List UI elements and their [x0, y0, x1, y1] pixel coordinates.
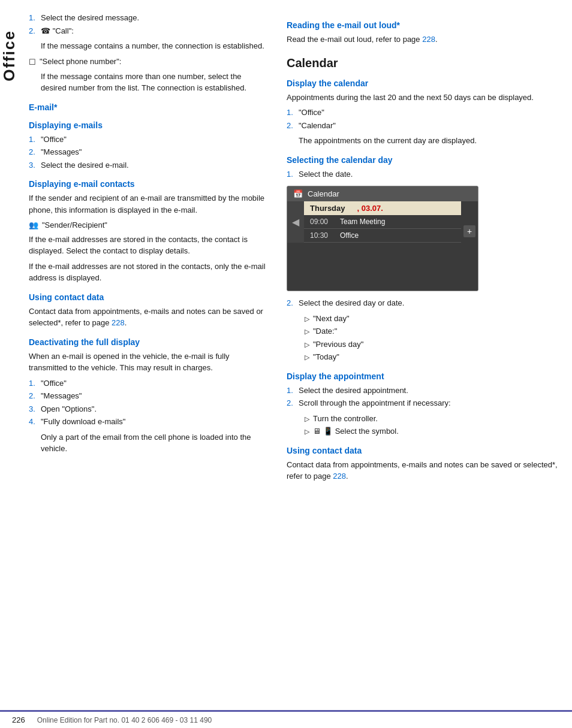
step-text: "Office" — [299, 107, 560, 119]
using-contact-title: Using contact data — [29, 292, 269, 302]
selecting-step2: 2. Select the desired day or date. — [287, 297, 560, 309]
display-icons: 🖥 📱 — [313, 425, 333, 437]
step-text: "Office" — [41, 377, 269, 389]
step-num: 1. — [287, 168, 299, 180]
step-num: 2. — [287, 397, 299, 409]
list-item: 1. Select the desired message. — [29, 12, 269, 24]
list-item: 2. Select the desired day or date. — [287, 297, 560, 309]
step-num: 3. — [29, 403, 41, 415]
display-cal-title: Display the calendar — [287, 78, 560, 88]
cal-header-title: Calendar — [308, 189, 339, 198]
step-text: "Calendar" — [299, 120, 560, 132]
step-num: 2. — [287, 297, 299, 309]
list-item: "Today" — [305, 351, 560, 363]
calendar-main-title: Calendar — [287, 56, 560, 70]
top-steps-list: 1. Select the desired message. 2. "Call"… — [29, 12, 269, 37]
cal-center: Thursday , 03.07. 09:00 Team Meeting 10:… — [304, 201, 461, 243]
cal-day: Thursday — [310, 204, 345, 213]
cal-inner: ◀ Thursday , 03.07. 09:00 Team Meeting 1… — [287, 201, 478, 243]
list-item: 1. "Office" — [287, 107, 560, 119]
checkbox-item: "Select phone number": — [29, 56, 269, 68]
step-text: "Messages" — [41, 390, 269, 402]
step-text: Select the desired message. — [41, 12, 269, 24]
appt-bullets: Turn the controller. 🖥 📱 Select the symb… — [305, 413, 560, 437]
step-text: Select the desired e-mail. — [41, 159, 269, 171]
step-text: "Messages" — [41, 146, 269, 158]
list-item: 1. "Office" — [29, 134, 269, 146]
page-number: 226 — [12, 715, 25, 724]
list-item: 2. "Calendar" — [287, 120, 560, 132]
list-item: 🖥 📱 Select the symbol. — [305, 425, 560, 437]
reading-body: Read the e-mail out loud, refer to page … — [287, 34, 560, 46]
reading-title: Reading the e-mail out loud* — [287, 20, 560, 30]
page-ref-link[interactable]: 228 — [112, 318, 125, 327]
call-indent2: If the message contains more than one nu… — [41, 71, 269, 94]
deactivating-steps: 1. "Office" 2. "Messages" 3. Open "Optio… — [29, 377, 269, 428]
list-item: Turn the controller. — [305, 413, 560, 425]
cal-nav-left[interactable]: ◀ — [287, 201, 304, 243]
list-item: 2. Scroll through the appointment if nec… — [287, 397, 560, 409]
list-item: 3. Select the desired e-mail. — [29, 159, 269, 171]
step-num: 3. — [29, 159, 41, 171]
list-item: 1. "Office" — [29, 377, 269, 389]
deactivating-indent: Only a part of the email from the cell p… — [41, 431, 269, 455]
displaying-emails-steps: 1. "Office" 2. "Messages" 3. Select the … — [29, 134, 269, 171]
cal-event-name: Office — [340, 231, 359, 240]
right-column: Reading the e-mail out loud* Read the e-… — [287, 12, 560, 716]
checkbox-icon — [29, 56, 36, 68]
list-item: "Date:" — [305, 325, 560, 337]
step-text: "Office" — [41, 134, 269, 146]
step-text: "Fully download e-mails" — [41, 416, 269, 428]
list-item: 1. Select the date. — [287, 168, 560, 180]
displaying-emails-title: Displaying e-mails — [29, 120, 269, 130]
step-text: Select the date. — [299, 168, 560, 180]
cal-row-header: Thursday , 03.07. — [304, 201, 461, 215]
cal-date: , 03.07. — [357, 204, 383, 213]
step-text: Open "Options". — [41, 403, 269, 415]
list-item: 2. "Messages" — [29, 390, 269, 402]
selecting-bullets: "Next day" "Date:" "Previous day" "Today… — [305, 313, 560, 363]
phone-icon — [41, 28, 50, 35]
person-icon: 👥 — [29, 219, 38, 231]
calendar-widget: 📅 Calendar ◀ Thursday , 03.07. 09:00 Tea… — [287, 186, 478, 291]
cal-time: 09:00 — [310, 218, 340, 226]
step-text: Select the desired appointment. — [299, 385, 560, 397]
cal-header: 📅 Calendar — [287, 186, 478, 201]
cal-right-area: + — [461, 201, 478, 243]
list-item: 3. Open "Options". — [29, 403, 269, 415]
cal-event-1: 09:00 Team Meeting — [304, 215, 461, 229]
step-num: 1. — [29, 377, 41, 389]
display-appt-steps: 1. Select the desired appointment. 2. Sc… — [287, 385, 560, 409]
cal-time: 10:30 — [310, 231, 340, 240]
list-item: "Next day" — [305, 313, 560, 325]
page-footer: 226 Online Edition for Part no. 01 40 2 … — [0, 710, 572, 728]
using-contact2-page-ref[interactable]: 228 — [333, 472, 346, 481]
reading-page-ref[interactable]: 228 — [422, 35, 435, 44]
step-text: "Call": — [41, 25, 269, 37]
cal-footer — [287, 243, 478, 291]
display-appt-title: Display the appointment — [287, 371, 560, 381]
step-num: 1. — [287, 107, 299, 119]
list-item: 1. Select the desired appointment. — [287, 385, 560, 397]
step-num: 2. — [287, 120, 299, 132]
step-num: 1. — [29, 134, 41, 146]
using-contact-body: Contact data from appointments, e-mails … — [29, 306, 269, 329]
using-contact2-title: Using contact data — [287, 446, 560, 455]
left-column: 1. Select the desired message. 2. "Call"… — [29, 12, 287, 716]
step-num: 1. — [287, 385, 299, 397]
selecting-title: Selecting the calendar day — [287, 155, 560, 165]
list-item: 2. "Call": — [29, 25, 269, 37]
list-item: "Previous day" — [305, 339, 560, 351]
sidebar: Office — [0, 0, 23, 728]
step-num: 2. — [29, 146, 41, 158]
page-container: Office 1. Select the desired message. 2.… — [0, 0, 572, 728]
step-num: 4. — [29, 416, 41, 428]
cal-event-2: 10:30 Office — [304, 229, 461, 243]
list-item: 4. "Fully download e-mails" — [29, 416, 269, 428]
call-indent1: If the message contains a number, the co… — [41, 40, 269, 52]
step-num: 2. — [29, 25, 41, 37]
cal-header-icon: 📅 — [293, 189, 303, 198]
cal-plus-button[interactable]: + — [463, 225, 475, 237]
display-cal-steps: 1. "Office" 2. "Calendar" — [287, 107, 560, 131]
email-section-title: E-mail* — [29, 102, 269, 112]
